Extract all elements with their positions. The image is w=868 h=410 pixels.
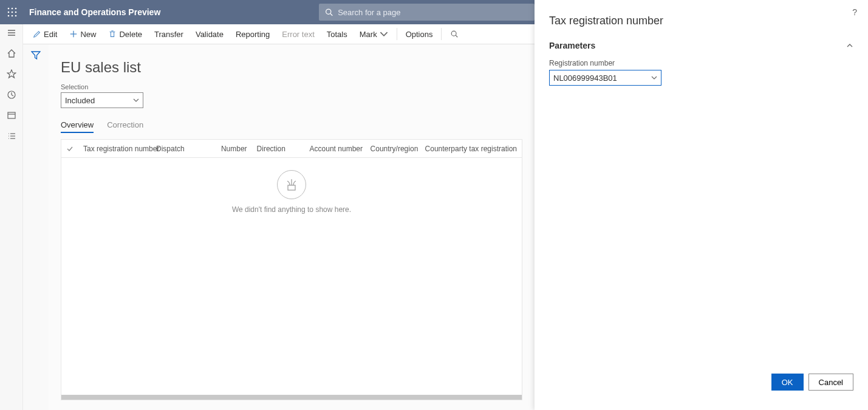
svg-rect-27: [288, 185, 295, 190]
command-bar: Edit New Delete Transfer Validate Report…: [23, 24, 535, 44]
app-title: Finance and Operations Preview: [29, 7, 160, 17]
svg-rect-15: [8, 112, 15, 118]
parameters-section-header[interactable]: Parameters: [549, 41, 853, 50]
modules-icon[interactable]: [7, 131, 16, 141]
plant-icon: [284, 177, 299, 192]
ok-button[interactable]: OK: [771, 374, 804, 391]
recent-icon[interactable]: [7, 90, 16, 100]
col-direction[interactable]: Direction: [252, 145, 305, 153]
mark-button[interactable]: Mark: [355, 24, 393, 44]
search-icon: [450, 30, 459, 38]
empty-state: We didn't find anything to show here.: [61, 170, 522, 214]
cancel-button[interactable]: Cancel: [808, 374, 853, 391]
col-dispatch[interactable]: Dispatch: [151, 145, 214, 153]
global-search[interactable]: [319, 4, 535, 21]
delete-button[interactable]: Delete: [103, 24, 147, 44]
app-launcher-button[interactable]: [0, 0, 24, 24]
svg-point-8: [15, 15, 17, 17]
svg-point-2: [15, 8, 17, 10]
empty-text: We didn't find anything to show here.: [232, 205, 351, 214]
col-tax-registration[interactable]: Tax registration number: [78, 145, 151, 153]
svg-point-9: [326, 9, 331, 14]
page-title: EU sales list: [61, 59, 522, 76]
main-content: EU sales list Selection Included Overvie…: [49, 44, 535, 410]
error-text-button: Error text: [277, 24, 319, 44]
svg-point-1: [12, 8, 13, 10]
reporting-button[interactable]: Reporting: [231, 24, 275, 44]
col-country-region[interactable]: Country/region: [366, 145, 420, 153]
svg-point-3: [8, 12, 10, 13]
left-nav-rail: [0, 24, 23, 410]
filter-icon[interactable]: [31, 50, 41, 60]
select-all-column[interactable]: [61, 145, 78, 152]
svg-point-7: [12, 15, 13, 17]
registration-number-value: NL006999943B01: [553, 73, 617, 83]
validate-button[interactable]: Validate: [191, 24, 228, 44]
tab-overview[interactable]: Overview: [61, 120, 94, 133]
home-icon[interactable]: [7, 49, 16, 58]
col-account-number[interactable]: Account number: [305, 145, 366, 153]
col-number[interactable]: Number: [214, 145, 252, 153]
registration-number-dropdown[interactable]: NL006999943B01: [549, 70, 661, 86]
chevron-down-icon: [380, 30, 388, 38]
svg-point-6: [8, 15, 10, 17]
selection-dropdown[interactable]: Included: [61, 92, 143, 108]
chevron-up-icon: [846, 42, 853, 49]
search-icon: [325, 8, 333, 16]
empty-illustration: [277, 170, 306, 199]
svg-point-4: [12, 12, 13, 13]
transfer-button[interactable]: Transfer: [149, 24, 188, 44]
separator: [397, 28, 397, 40]
selection-value: Included: [65, 96, 95, 105]
totals-button[interactable]: Totals: [322, 24, 352, 44]
star-icon[interactable]: [7, 69, 16, 79]
waffle-icon: [7, 7, 17, 17]
trash-icon: [108, 30, 117, 38]
registration-number-label: Registration number: [549, 59, 853, 67]
search-input[interactable]: [338, 8, 528, 17]
tab-correction[interactable]: Correction: [107, 120, 143, 133]
data-grid: Tax registration number Dispatch Number …: [61, 139, 522, 400]
svg-point-0: [8, 8, 10, 10]
svg-point-5: [15, 12, 17, 13]
svg-point-25: [452, 31, 457, 36]
grid-header: Tax registration number Dispatch Number …: [61, 140, 522, 158]
plus-icon: [69, 30, 78, 38]
edit-button[interactable]: Edit: [28, 24, 62, 44]
filter-rail: [23, 44, 49, 410]
panel-footer: OK Cancel: [549, 374, 853, 401]
separator: [441, 28, 442, 40]
horizontal-scrollbar[interactable]: [61, 395, 522, 400]
svg-line-10: [330, 13, 332, 15]
svg-line-26: [456, 35, 458, 37]
new-button[interactable]: New: [64, 24, 101, 44]
chevron-down-icon: [651, 75, 657, 81]
options-button[interactable]: Options: [401, 24, 438, 44]
selection-label: Selection: [61, 83, 522, 91]
dialog-panel: ? Tax registration number Parameters Reg…: [535, 0, 868, 410]
tabs: Overview Correction: [61, 120, 522, 133]
workspace-icon[interactable]: [7, 111, 16, 120]
help-button[interactable]: ?: [852, 7, 857, 17]
panel-title: Tax registration number: [549, 15, 853, 27]
pencil-icon: [33, 30, 41, 38]
col-counterparty-tax[interactable]: Counterparty tax registration: [420, 145, 522, 153]
chevron-down-icon: [133, 97, 139, 103]
find-button[interactable]: [445, 24, 463, 44]
hamburger-icon[interactable]: [7, 28, 16, 38]
